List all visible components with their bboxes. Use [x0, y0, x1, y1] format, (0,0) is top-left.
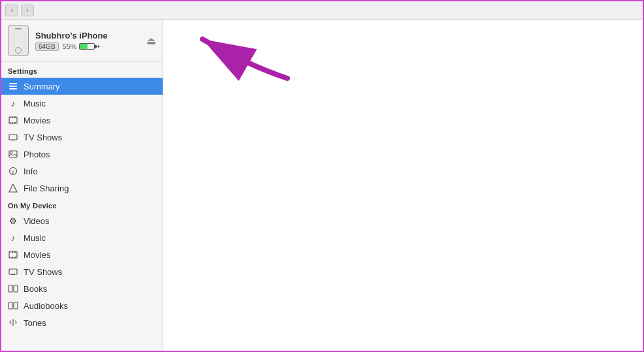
sidebar-item-music[interactable]: ♪ Music	[1, 95, 163, 112]
sidebar-item-info[interactable]: i Info	[1, 163, 163, 180]
toolbar: ‹ ›	[1, 1, 643, 20]
svg-rect-25	[11, 274, 15, 275]
svg-rect-21	[9, 257, 10, 258]
svg-rect-22	[12, 257, 13, 258]
sidebar-item-videos[interactable]: ⚙ Videos	[1, 212, 163, 229]
sidebar-item-tones[interactable]: Tones	[1, 314, 163, 331]
tv-icon	[8, 132, 18, 142]
svg-rect-24	[9, 269, 17, 274]
photos-icon	[8, 149, 18, 159]
sidebar-item-tv-shows[interactable]: TV Shows	[1, 129, 163, 146]
svg-rect-2	[9, 88, 17, 89]
file-sharing-icon	[8, 183, 18, 193]
svg-text:i: i	[12, 170, 14, 174]
info-icon: i	[8, 166, 18, 176]
battery-info: 55% +	[63, 42, 101, 50]
sidebar-item-ondevice-movies[interactable]: Movies	[1, 246, 163, 263]
svg-rect-12	[9, 151, 17, 157]
ondevice-music-label: Music	[24, 233, 46, 243]
device-icon	[8, 25, 29, 56]
svg-rect-0	[9, 83, 17, 84]
svg-marker-16	[9, 184, 17, 192]
ondevice-movies-label: Movies	[24, 250, 50, 260]
svg-rect-8	[12, 122, 13, 123]
videos-label: Videos	[24, 216, 50, 226]
battery-fill	[80, 44, 88, 49]
sidebar-item-books[interactable]: Books	[1, 280, 163, 297]
svg-rect-1	[9, 86, 17, 87]
sidebar-item-movies[interactable]: Movies	[1, 112, 163, 129]
svg-rect-10	[9, 135, 17, 140]
device-name: Shubhro's iPhone	[35, 31, 140, 40]
tones-icon	[8, 317, 18, 328]
storage-badge: 64GB	[35, 42, 59, 51]
battery-plus: +	[97, 42, 101, 50]
file-sharing-label: File Sharing	[24, 184, 69, 193]
sidebar-item-ondevice-music[interactable]: ♪ Music	[1, 229, 163, 246]
photos-label: Photos	[24, 150, 50, 159]
svg-rect-29	[14, 302, 18, 309]
forward-button[interactable]: ›	[21, 5, 34, 16]
device-header: Shubhro's iPhone 64GB 55% + ⏏	[1, 20, 163, 62]
music-icon: ♪	[8, 98, 18, 108]
svg-rect-5	[12, 117, 13, 118]
svg-rect-11	[11, 140, 15, 140]
audiobooks-label: Audiobooks	[24, 301, 68, 311]
device-info: Shubhro's iPhone 64GB 55% +	[35, 31, 140, 51]
books-label: Books	[24, 284, 47, 294]
svg-rect-28	[8, 302, 12, 309]
movies-icon	[8, 115, 18, 125]
tv-shows-label: TV Shows	[24, 133, 62, 142]
svg-rect-9	[14, 122, 16, 123]
content-area	[163, 20, 643, 352]
ondevice-tv-icon	[8, 266, 18, 277]
svg-rect-23	[14, 257, 16, 258]
summary-label: Summary	[24, 82, 60, 91]
sidebar-item-ondevice-tv-shows[interactable]: TV Shows	[1, 263, 163, 280]
svg-point-13	[10, 152, 12, 154]
svg-rect-27	[14, 285, 18, 292]
videos-icon: ⚙	[8, 216, 18, 226]
svg-rect-6	[14, 117, 16, 118]
movies-label: Movies	[24, 116, 50, 125]
arrow-annotation	[170, 26, 300, 87]
audiobooks-icon	[8, 300, 18, 311]
battery-pct: 55%	[63, 42, 77, 50]
eject-button[interactable]: ⏏	[146, 35, 156, 47]
settings-section-header: Settings	[1, 62, 163, 78]
ondevice-music-icon: ♪	[8, 232, 18, 243]
sidebar: Shubhro's iPhone 64GB 55% + ⏏ Settings	[1, 20, 163, 352]
ondevice-movies-icon	[8, 249, 18, 260]
sidebar-item-summary[interactable]: Summary	[1, 78, 163, 95]
svg-rect-26	[8, 285, 12, 292]
summary-icon	[8, 81, 18, 91]
ondevice-tv-shows-label: TV Shows	[24, 267, 62, 277]
tones-label: Tones	[24, 318, 46, 328]
back-button[interactable]: ‹	[5, 5, 18, 16]
svg-rect-19	[12, 251, 13, 253]
battery-bar	[79, 43, 95, 50]
sidebar-item-audiobooks[interactable]: Audiobooks	[1, 297, 163, 314]
sidebar-item-photos[interactable]: Photos	[1, 146, 163, 163]
info-label: Info	[24, 167, 38, 176]
music-label: Music	[24, 99, 46, 108]
svg-rect-4	[9, 117, 10, 118]
svg-rect-20	[14, 251, 16, 253]
books-icon	[8, 283, 18, 294]
sidebar-item-file-sharing[interactable]: File Sharing	[1, 180, 163, 197]
svg-rect-18	[9, 251, 10, 253]
svg-rect-7	[9, 122, 10, 123]
on-my-device-section-header: On My Device	[1, 197, 163, 212]
